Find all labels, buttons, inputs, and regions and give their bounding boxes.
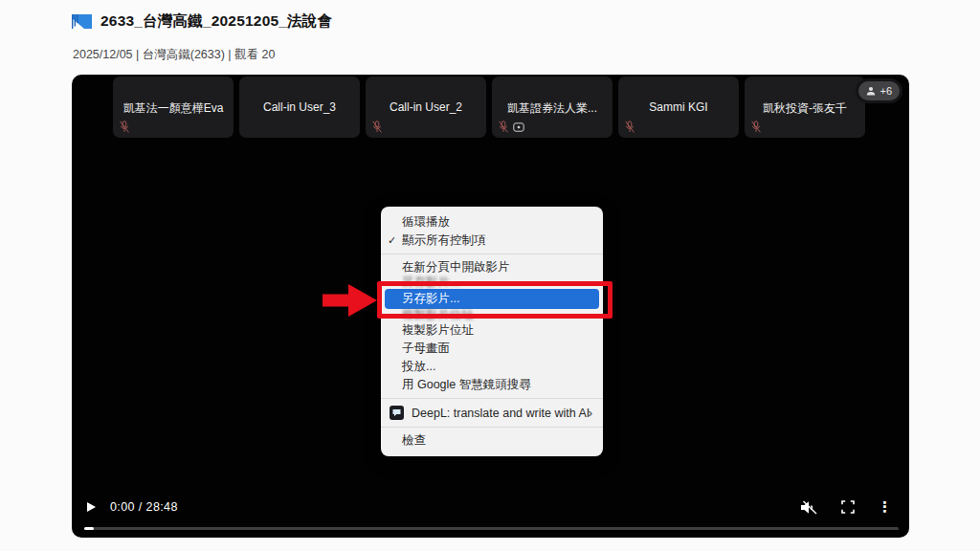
menu-item-picture-in-picture[interactable]: 子母畫面 (381, 340, 603, 358)
playback-time: 0:00 / 28:48 (110, 500, 178, 514)
deepl-icon (390, 406, 404, 420)
menu-item-loop[interactable]: 循環播放 (381, 213, 603, 231)
participant-name: Call-in User_3 (239, 100, 360, 114)
fullscreen-icon[interactable] (841, 500, 855, 514)
person-icon (866, 86, 876, 96)
muted-mic-icon (120, 121, 129, 133)
screen-share-icon (513, 122, 524, 132)
menu-separator (381, 427, 603, 428)
context-menu: 循環播放 ✓ 顯示所有控制項 在新分頁中開啟影片 另存影片... 另存影片...… (381, 207, 603, 456)
participant-name: 凱秋投資-張友千 (745, 100, 865, 117)
muted-volume-icon[interactable] (800, 500, 818, 515)
menu-item-open-in-new-tab[interactable]: 在新分頁中開啟影片 (381, 258, 603, 276)
play-icon[interactable] (87, 502, 96, 512)
menu-separator (381, 253, 603, 254)
participant-strip: 凱基法一顏意樺Eva Call-in User_3 Call-in User_2… (113, 77, 865, 138)
menu-item-show-controls[interactable]: ✓ 顯示所有控制項 (381, 231, 603, 250)
annotation-highlight-box (377, 281, 612, 319)
menu-item-cast[interactable]: 投放... (381, 358, 603, 376)
menu-separator (381, 398, 603, 399)
muted-mic-icon (751, 121, 761, 133)
menu-item-search-with-google-lens[interactable]: 用 Google 智慧鏡頭搜尋 (381, 376, 603, 394)
participant-name: 凱基法一顏意樺Eva (113, 100, 234, 117)
muted-mic-icon (625, 121, 635, 133)
player-controls-right: ⋮ (800, 497, 892, 517)
participant-name: 凱基證券法人業... (492, 100, 612, 117)
video-meta: 2025/12/05 | 台灣高鐵(2633) | 觀看 20 (73, 47, 275, 63)
participant-name: Call-in User_2 (366, 100, 486, 114)
more-options-icon[interactable]: ⋮ (878, 497, 892, 517)
more-participants-count: +6 (880, 85, 892, 97)
progress-played (84, 527, 94, 530)
brand-logo-icon (72, 14, 92, 30)
checkmark-icon: ✓ (388, 231, 396, 250)
annotation-arrow-icon (323, 283, 380, 318)
participant-tile: Sammi KGI (618, 77, 739, 138)
menu-item-deepl[interactable]: DeepL: translate and write with AI › (381, 403, 603, 423)
menu-item-inspect[interactable]: 檢查 (381, 431, 603, 450)
participant-name: Sammi KGI (618, 100, 739, 114)
player-controls-left: 0:00 / 28:48 (87, 499, 178, 515)
participant-tile: 凱基法一顏意樺Eva (113, 77, 234, 138)
participant-tile: 凱秋投資-張友千 (745, 77, 865, 138)
participant-tile: Call-in User_2 (366, 77, 486, 138)
progress-bar[interactable] (84, 527, 899, 530)
muted-mic-icon (372, 121, 382, 133)
participant-tile: Call-in User_3 (239, 77, 360, 138)
muted-mic-icon (499, 121, 508, 133)
page-header: 2633_台灣高鐵_20251205_法說會 (72, 11, 332, 32)
page-title: 2633_台灣高鐵_20251205_法說會 (100, 11, 332, 32)
more-participants-badge[interactable]: +6 (856, 78, 902, 103)
menu-item-copy-video-address[interactable]: 複製影片位址 (381, 321, 603, 340)
submenu-chevron-icon: › (589, 403, 592, 423)
participant-tile: 凱基證券法人業... (492, 77, 612, 138)
